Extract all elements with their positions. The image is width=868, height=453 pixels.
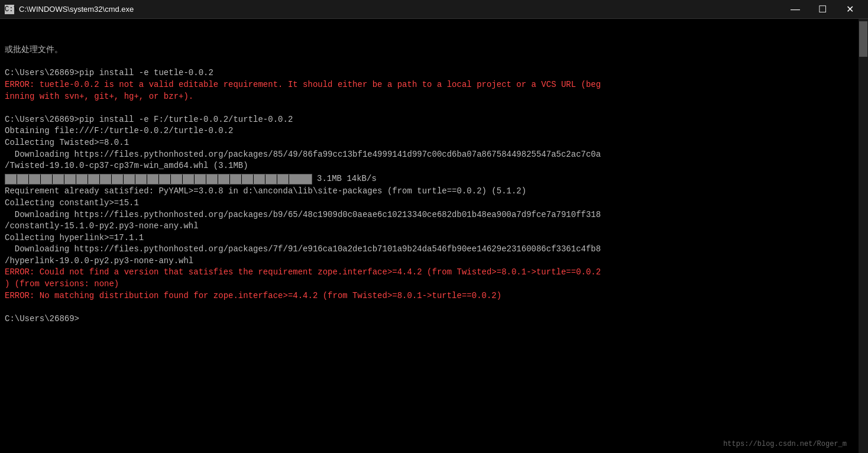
- terminal-line: /constantly-15.1.0-py2.py3-none-any.whl: [5, 221, 854, 232]
- window-title: C:\WINDOWS\system32\cmd.exe: [19, 5, 782, 14]
- scrollbar[interactable]: [859, 19, 868, 453]
- terminal-line-empty: [5, 102, 854, 114]
- progress-bar: [5, 174, 312, 185]
- terminal-line: 或批处理文件。: [5, 44, 854, 56]
- terminal-line: Downloading https://files.pythonhosted.o…: [5, 149, 854, 161]
- terminal-line: C:\Users\26869>pip install -e tuetle-0.0…: [5, 67, 854, 79]
- terminal-line: Downloading https://files.pythonhosted.o…: [5, 209, 854, 221]
- terminal-line: Collecting constantly>=15.1: [5, 198, 854, 209]
- terminal-line: /Twisted-19.10.0-cp37-cp37m-win_amd64.wh…: [5, 160, 854, 172]
- watermark: https://blog.csdn.net/Roger_m: [723, 440, 847, 448]
- terminal-line: ERROR: No matching distribution found fo…: [5, 290, 854, 302]
- terminal-line: /hyperlink-19.0.0-py2.py3-none-any.whl: [5, 255, 854, 267]
- terminal-line: ) (from versions: none): [5, 279, 854, 290]
- close-button[interactable]: ✕: [836, 0, 863, 19]
- cmd-icon: C:\: [5, 5, 14, 14]
- terminal-line: Collecting hyperlink>=17.1.1: [5, 232, 854, 244]
- terminal-line: C:\Users\26869>pip install -e F:/turtle-…: [5, 114, 854, 126]
- terminal-area: 或批处理文件。 C:\Users\26869>pip install -e tu…: [0, 19, 859, 453]
- terminal-line: Requirement already satisfied: PyYAML>=3…: [5, 186, 854, 198]
- terminal-line: inning with svn+, git+, hg+, or bzr+).: [5, 91, 854, 103]
- window-content: 或批处理文件。 C:\Users\26869>pip install -e tu…: [0, 19, 868, 453]
- progress-size-text: 3.1MB 14kB/s: [317, 173, 377, 185]
- terminal-line-empty: [5, 56, 854, 68]
- titlebar: C:\ C:\WINDOWS\system32\cmd.exe — ☐ ✕: [0, 0, 868, 19]
- progress-bar-row: 3.1MB 14kB/s: [5, 173, 854, 185]
- window-controls: — ☐ ✕: [782, 0, 863, 19]
- scrollbar-thumb[interactable]: [859, 21, 867, 57]
- terminal-line-empty: [5, 302, 854, 313]
- terminal-line: C:\Users\26869>: [5, 313, 854, 325]
- terminal-line: ERROR: Could not find a version that sat…: [5, 267, 854, 279]
- maximize-button[interactable]: ☐: [809, 0, 836, 19]
- minimize-button[interactable]: —: [782, 0, 809, 19]
- terminal-line: ERROR: tuetle-0.0.2 is not a valid edita…: [5, 79, 854, 91]
- terminal-line: Obtaining file:///F:/turtle-0.0.2/turtle…: [5, 125, 854, 137]
- cmd-window: C:\ C:\WINDOWS\system32\cmd.exe — ☐ ✕ 或批…: [0, 0, 868, 453]
- terminal-line: Collecting Twisted>=8.0.1: [5, 137, 854, 149]
- terminal-line: Downloading https://files.pythonhosted.o…: [5, 244, 854, 255]
- terminal-output: 或批处理文件。 C:\Users\26869>pip install -e tu…: [5, 21, 854, 325]
